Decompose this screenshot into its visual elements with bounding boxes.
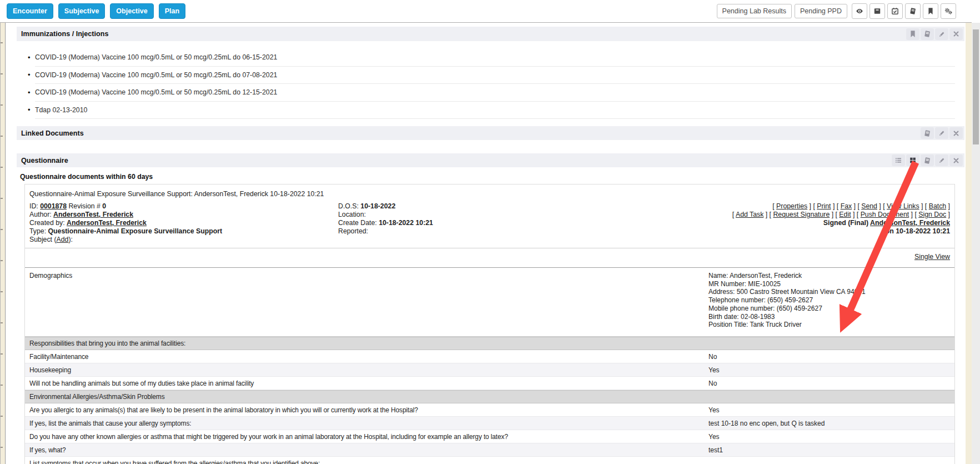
action-link-wrap: [ Add Task ] [732,211,767,218]
qa-answer: test 10-18 no enc open, but Q is tasked [708,420,825,427]
immunization-list-item: •Tdap 02-13-2010 [35,102,955,119]
qa-question: Housekeeping [25,366,708,374]
pending-lab-results-button[interactable]: Pending Lab Results [717,4,792,18]
section-header-icon-group [892,154,963,166]
qa-answer: No [708,380,717,387]
immunization-text: COVID-19 (Moderna) Vaccine 100 mcg/0.5mL… [35,71,277,79]
subject-add-link[interactable]: Add [57,236,69,243]
meta-value: 10-18-2022 [360,202,395,210]
close-icon[interactable] [949,127,963,139]
pencil-icon[interactable] [935,154,948,166]
meta-value: 10-18-2022 10:21 [379,219,433,227]
grid-icon[interactable] [906,154,919,166]
edit-link[interactable]: Edit [839,211,851,218]
fax-link[interactable]: Fax [841,202,852,210]
qa-question: If yes, list the animals that cause your… [25,420,708,427]
pencil-icon[interactable] [935,127,948,139]
signed-date: on 10-18-2022 10:21 [732,227,950,236]
action-link-wrap: [ Send ] [856,202,881,210]
single-view-row: Single View [914,253,950,261]
qa-row: If yes, what?test1 [25,443,954,457]
send-link[interactable]: Send [861,202,877,210]
bullet-icon: • [28,53,31,62]
demographics-value-line: Position Title: Tank Truck Driver [708,321,866,329]
signed-line: Signed (Final) AndersonTest, Frederick [732,219,950,227]
document-meta-line: Location: [338,211,433,219]
demographics-row: Demographics Name: AndersonTest, Frederi… [25,268,954,337]
action-link-wrap: [ Push Document ] [855,211,913,218]
document-id-link[interactable]: 0001878 [40,202,67,210]
vertical-scrollbar[interactable] [972,23,980,464]
eye-icon[interactable] [852,3,867,19]
subject-suffix: ): [68,236,73,243]
sign-doc-link[interactable]: Sign Doc [918,211,946,218]
document-id-line: ID: 0001878 Revision # 0 [29,202,222,211]
nav-button-objective[interactable]: Objective [110,3,153,19]
gears-icon[interactable] [941,3,956,19]
pending-ppd-button[interactable]: Pending PPD [795,4,847,18]
scrollbar-thumb[interactable] [973,29,979,144]
document-author-line: Author: AndersonTest, Frederick [29,211,222,219]
document-title: Questionnaire-Animal Exposure Surveillan… [29,190,324,198]
book-icon[interactable] [921,28,934,40]
nav-button-encounter[interactable]: Encounter [7,3,53,19]
toolbar-right-group: Pending Lab ResultsPending PPD [717,3,972,19]
pencil-icon[interactable] [935,28,948,40]
qa-rows: Responsibilities that bring you into the… [25,337,954,464]
bookmark-icon[interactable] [906,28,919,40]
document-meta-line: Create Date: 10-18-2022 10:21 [338,219,433,227]
created-by-link[interactable]: AndersonTest, Frederick [67,219,147,227]
signed-by-link[interactable]: AndersonTest, Frederick [870,219,950,227]
view-links-link[interactable]: View Links [887,202,919,210]
qa-row: If yes, list the animals that cause your… [25,417,954,430]
close-icon[interactable] [949,28,963,40]
request-signature-link[interactable]: Request Signature [773,211,830,218]
nav-button-subjective[interactable]: Subjective [58,3,105,19]
immunization-list: •COVID-19 (Moderna) Vaccine 100 mcg/0.5m… [17,49,955,119]
meta-label: Create Date: [338,219,379,227]
qa-answer: test1 [708,446,723,454]
subject-label: Subject ( [29,236,57,243]
archive-icon[interactable] [870,3,885,19]
add-task-link[interactable]: Add Task [736,211,763,218]
book-icon[interactable] [921,127,934,139]
meta-label: Location: [338,211,366,218]
book-icon[interactable] [905,3,921,19]
author-label: Author: [29,211,52,218]
questionnaire-subtitle: Questionnaire documents within 60 days [20,173,153,181]
immunization-list-item: •COVID-19 (Moderna) Vaccine 100 mcg/0.5m… [35,84,955,102]
revision-label: Revision # [68,202,100,210]
demographics-value-line: Name: AndersonTest, Frederick [708,272,866,280]
batch-link[interactable]: Batch [929,202,946,210]
document-actions-row1: [ Properties ] [ Print ] [ Fax ] [ Send … [732,202,950,211]
section-header-icon-group [906,28,963,40]
qa-question: Will not be handling animals but some of… [25,380,708,387]
single-view-link[interactable]: Single View [914,253,950,261]
print-link[interactable]: Print [817,202,831,210]
section-title: Questionnaire [21,157,68,164]
document-created-line: Created by: AndersonTest, Frederick [29,219,222,227]
qa-question: If yes, what? [25,446,708,454]
action-link-wrap: [ Print ] [811,202,835,210]
author-link[interactable]: AndersonTest, Frederick [53,211,133,218]
questionnaire-answers-table: Demographics Name: AndersonTest, Frederi… [25,267,954,464]
demographics-value-line: MR Number: MIE-10025 [708,280,866,288]
list-icon[interactable] [892,154,905,166]
meta-label: Reported: [338,227,368,235]
qa-row: Facility/MaintenanceNo [25,350,954,363]
immunization-list-item: •COVID-19 (Moderna) Vaccine 100 mcg/0.5m… [35,49,955,67]
qa-answer: Yes [708,366,720,374]
nav-button-plan[interactable]: Plan [159,3,185,19]
calendar-check-icon[interactable] [887,3,903,19]
left-ruler-strip [0,23,6,464]
action-link-wrap: [ Sign Doc ] [913,211,950,218]
close-icon[interactable] [949,154,963,166]
push-document-link[interactable]: Push Document [861,211,909,218]
demographics-label: Demographics [25,268,708,336]
bullet-icon: • [28,106,31,114]
action-link-wrap: [ Request Signature ] [767,211,833,218]
properties-link[interactable]: Properties [776,202,807,210]
document-meta-middle: D.O.S: 10-18-2022Location: Create Date: … [338,202,433,236]
bookmark-icon[interactable] [923,3,938,19]
book-icon[interactable] [921,154,934,166]
